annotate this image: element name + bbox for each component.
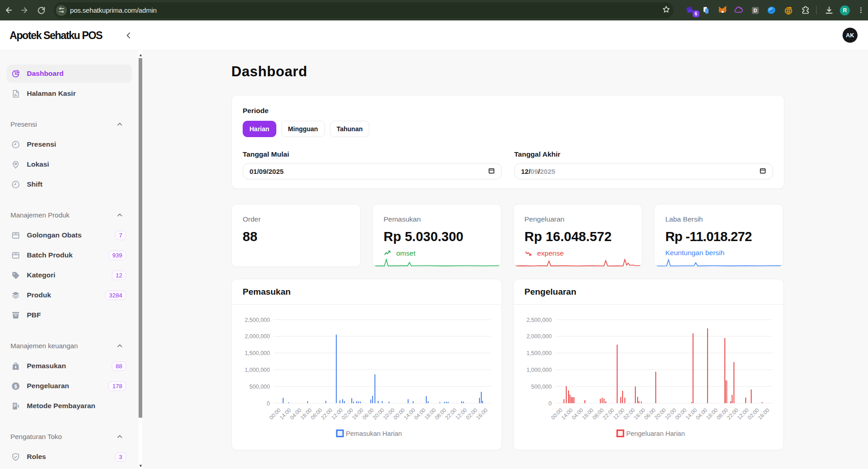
svg-text:14:00: 14:00 — [403, 407, 417, 421]
svg-text:20:00: 20:00 — [371, 407, 385, 421]
svg-text:02:00: 02:00 — [340, 407, 354, 421]
svg-text:16:00: 16:00 — [475, 407, 489, 421]
svg-text:04:00: 04:00 — [570, 407, 584, 421]
svg-text:12:00: 12:00 — [736, 407, 750, 421]
svg-text:D: D — [753, 8, 757, 13]
svg-text:0: 0 — [267, 400, 270, 407]
svg-text:10:00: 10:00 — [382, 407, 396, 421]
svg-text:2,500,000: 2,500,000 — [244, 317, 270, 323]
svg-text:18:00: 18:00 — [705, 407, 719, 421]
svg-text:04:00: 04:00 — [413, 407, 427, 421]
svg-text:0: 0 — [549, 400, 552, 407]
svg-text:08:00: 08:00 — [434, 407, 448, 421]
svg-text:16:00: 16:00 — [633, 407, 647, 421]
svg-text:22:00: 22:00 — [444, 407, 458, 421]
svg-text:1,000,000: 1,000,000 — [244, 367, 270, 373]
svg-text:04:00: 04:00 — [694, 407, 708, 421]
svg-text:2,000,000: 2,000,000 — [526, 333, 552, 340]
svg-text:1,500,000: 1,500,000 — [244, 350, 270, 356]
svg-text:14:00: 14:00 — [560, 407, 574, 421]
svg-text:$: $ — [14, 383, 17, 389]
svg-text:18:00: 18:00 — [423, 407, 437, 421]
svg-text:06:00: 06:00 — [643, 407, 657, 421]
svg-text:08:00: 08:00 — [309, 407, 324, 421]
svg-text:22:00: 22:00 — [726, 407, 740, 421]
svg-text:20:00: 20:00 — [653, 407, 667, 421]
svg-text:02:00: 02:00 — [464, 407, 479, 421]
svg-text:08:00: 08:00 — [591, 407, 605, 421]
svg-text:Pemasukan Harian: Pemasukan Harian — [346, 430, 402, 437]
svg-text:22:00: 22:00 — [320, 407, 334, 421]
svg-text:1,000,000: 1,000,000 — [526, 367, 552, 373]
svg-text:00:00: 00:00 — [268, 407, 282, 421]
svg-text:18:00: 18:00 — [581, 407, 595, 421]
svg-text:02:00: 02:00 — [746, 407, 760, 421]
svg-text:500,000: 500,000 — [249, 384, 270, 390]
svg-text:2,000,000: 2,000,000 — [244, 333, 270, 340]
svg-text:16:00: 16:00 — [351, 407, 365, 421]
svg-text:14:00: 14:00 — [278, 407, 292, 421]
svg-text:08:00: 08:00 — [715, 407, 729, 421]
svg-text:06:00: 06:00 — [361, 407, 375, 421]
svg-text:16:00: 16:00 — [757, 407, 771, 421]
svg-text:Pengeluaran Harian: Pengeluaran Harian — [626, 430, 685, 437]
svg-text:12:00: 12:00 — [454, 407, 468, 421]
svg-text:22:00: 22:00 — [602, 407, 616, 421]
svg-text:1,500,000: 1,500,000 — [526, 350, 552, 356]
svg-text:00:00: 00:00 — [392, 407, 406, 421]
svg-text:00:00: 00:00 — [550, 407, 564, 421]
svg-text:02:00: 02:00 — [622, 407, 636, 421]
svg-text:04:00: 04:00 — [289, 407, 303, 421]
svg-text:12:00: 12:00 — [612, 407, 626, 421]
svg-text:00:00: 00:00 — [674, 407, 688, 421]
svg-text:500,000: 500,000 — [531, 384, 552, 390]
svg-text:18:00: 18:00 — [299, 407, 313, 421]
svg-text:2,500,000: 2,500,000 — [526, 317, 552, 323]
svg-text:12:00: 12:00 — [330, 407, 344, 421]
svg-text:14:00: 14:00 — [684, 407, 698, 421]
svg-text:10:00: 10:00 — [663, 407, 678, 421]
